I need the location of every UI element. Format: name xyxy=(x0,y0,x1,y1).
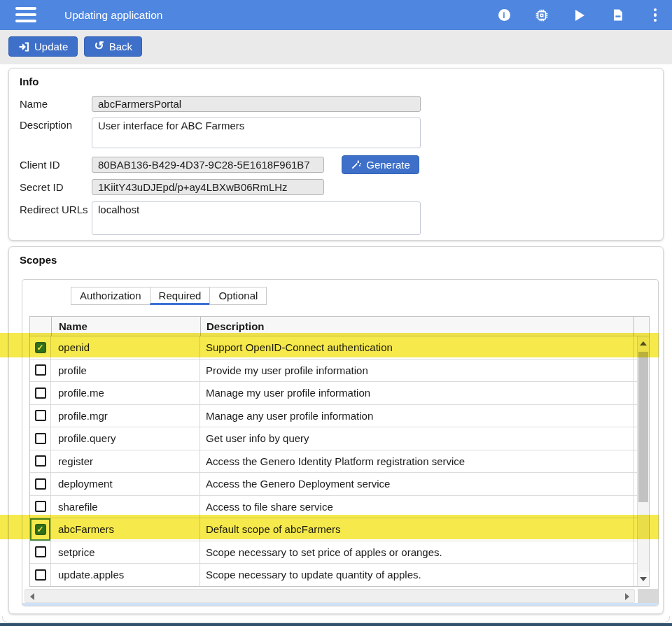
name-column-header[interactable]: Name xyxy=(51,317,200,336)
scope-name: openid xyxy=(51,336,200,359)
scope-description: Access the Genero Deployment service xyxy=(200,473,634,495)
scope-name: register xyxy=(51,450,200,473)
checkbox-cell xyxy=(30,518,51,541)
secret-id-field[interactable]: 1KiitY43uDJEpd/p+ay4LBXwB06RmLHz xyxy=(92,179,324,195)
scope-name: profile.query xyxy=(51,427,200,450)
scope-name: profile.me xyxy=(51,382,200,404)
table-row[interactable]: sharefile Access to file share service xyxy=(30,496,637,519)
vertical-scrollbar-thumb[interactable] xyxy=(638,352,648,502)
info-heading: Info xyxy=(20,76,39,87)
table-row[interactable]: openid Support OpenID-Connect authentica… xyxy=(30,336,637,360)
redirect-urls-field[interactable]: localhost xyxy=(92,201,421,235)
scope-description: Access the Genero Identity Platform regi… xyxy=(200,450,634,473)
checkbox-cell xyxy=(30,360,51,382)
vertical-scrollbar[interactable] xyxy=(637,336,649,586)
table-header: Name Description xyxy=(30,317,649,336)
scopes-tabs: Authorization Required Optional xyxy=(71,287,267,305)
scope-checkbox[interactable] xyxy=(35,478,46,490)
scope-description: Provide my user profile information xyxy=(200,360,634,382)
tab-required[interactable]: Required xyxy=(150,287,211,305)
scope-checkbox[interactable] xyxy=(35,342,46,353)
app-header: Updating application i xyxy=(0,0,672,30)
scroll-left-button[interactable] xyxy=(30,593,34,600)
tab-optional[interactable]: Optional xyxy=(209,287,267,305)
scope-checkbox[interactable] xyxy=(35,433,46,444)
chip-icon[interactable] xyxy=(535,8,549,22)
table-row[interactable]: setprice Scope necessary to set price of… xyxy=(30,541,637,564)
scope-table-body: openid Support OpenID-Connect authentica… xyxy=(30,336,637,586)
scopes-container: Authorization Required Optional Name Des… xyxy=(22,279,659,606)
scope-checkbox[interactable] xyxy=(35,455,46,467)
secret-id-label: Secret ID xyxy=(20,181,64,193)
checkbox-cell xyxy=(30,382,51,404)
page-title: Updating application xyxy=(64,0,162,30)
scope-checkbox[interactable] xyxy=(35,410,46,421)
client-id-field[interactable]: 80BAB136-B429-4D37-9C28-5E1618F961B7 xyxy=(92,157,324,173)
table-row[interactable]: register Access the Genero Identity Plat… xyxy=(30,450,637,474)
run-icon[interactable] xyxy=(573,8,587,22)
scope-name: profile.mgr xyxy=(51,405,200,427)
scroll-right-button[interactable] xyxy=(625,593,629,600)
scopes-section: Scopes Authorization Required Optional N… xyxy=(8,246,664,614)
scope-checkbox[interactable] xyxy=(35,546,46,557)
table-row[interactable]: profile.me Manage my user profile inform… xyxy=(30,382,637,405)
scope-name: setprice xyxy=(51,541,200,564)
scope-name: sharefile xyxy=(51,496,200,518)
generate-button[interactable]: Generate xyxy=(342,155,419,174)
window-bottom-bar xyxy=(0,623,672,626)
checkbox-cell xyxy=(30,564,51,586)
scope-description: Manage any user profile information xyxy=(200,405,634,427)
header-actions: i xyxy=(497,0,662,30)
name-label: Name xyxy=(20,98,48,110)
sign-in-icon xyxy=(18,41,29,52)
table-row[interactable]: abcFarmers Default scope of abcFarmers xyxy=(30,518,637,541)
undo-icon: ↺ xyxy=(94,40,104,52)
table-row[interactable]: profile.query Get user info by query xyxy=(30,427,637,450)
back-button[interactable]: ↺ Back xyxy=(84,36,142,57)
table-row[interactable]: update.apples Scope necessary to update … xyxy=(30,564,637,586)
action-toolbar: Update ↺ Back xyxy=(0,30,672,63)
scope-description: Support OpenID-Connect authentication xyxy=(200,336,634,359)
menu-icon[interactable] xyxy=(15,7,36,22)
scroll-down-button[interactable] xyxy=(638,572,649,586)
horizontal-scrollbar[interactable] xyxy=(24,589,635,603)
checkbox-cell xyxy=(30,450,51,473)
scope-name: deployment xyxy=(51,473,200,495)
scope-description: Access to file share service xyxy=(200,496,634,518)
table-row[interactable]: profile Provide my user profile informat… xyxy=(30,360,637,383)
checkbox-cell xyxy=(30,541,51,564)
scope-checkbox[interactable] xyxy=(35,501,46,512)
more-icon[interactable] xyxy=(648,8,662,22)
scope-description: Manage my user profile information xyxy=(200,382,634,404)
checkbox-column-header xyxy=(30,317,51,336)
scopes-heading: Scopes xyxy=(20,254,57,266)
table-row[interactable]: profile.mgr Manage any user profile info… xyxy=(30,405,637,428)
update-button[interactable]: Update xyxy=(8,36,78,57)
scope-checkbox[interactable] xyxy=(35,387,46,399)
description-field[interactable]: User interface for ABC Farmers xyxy=(92,118,421,148)
scope-checkbox[interactable] xyxy=(35,364,46,376)
checkbox-cell xyxy=(30,473,51,495)
scope-checkbox[interactable] xyxy=(35,569,46,581)
document-icon[interactable] xyxy=(610,8,624,22)
scrollbar-corner xyxy=(638,589,658,603)
description-column-header[interactable]: Description xyxy=(200,317,634,336)
checkbox-cell xyxy=(30,427,51,450)
client-id-label: Client ID xyxy=(20,159,60,171)
page-bottom-edge xyxy=(2,616,670,623)
info-icon[interactable]: i xyxy=(497,8,511,22)
scope-description: Default scope of abcFarmers xyxy=(200,518,634,541)
scopes-table: Name Description openid Support OpenID-C… xyxy=(29,316,650,587)
description-label: Description xyxy=(20,119,72,131)
table-row[interactable]: deployment Access the Genero Deployment … xyxy=(30,473,637,496)
name-field[interactable]: abcFarmersPortal xyxy=(92,96,421,112)
scope-checkbox[interactable] xyxy=(35,524,46,535)
scroll-up-button[interactable] xyxy=(638,336,649,350)
tab-authorization[interactable]: Authorization xyxy=(71,287,150,305)
checkbox-cell xyxy=(30,336,51,359)
scope-description: Scope necessary to set price of apples o… xyxy=(200,541,634,564)
checkbox-cell xyxy=(30,496,51,518)
scope-name: update.apples xyxy=(51,564,200,586)
magic-wand-icon xyxy=(351,159,361,170)
redirect-urls-label: Redirect URLs xyxy=(20,204,88,215)
